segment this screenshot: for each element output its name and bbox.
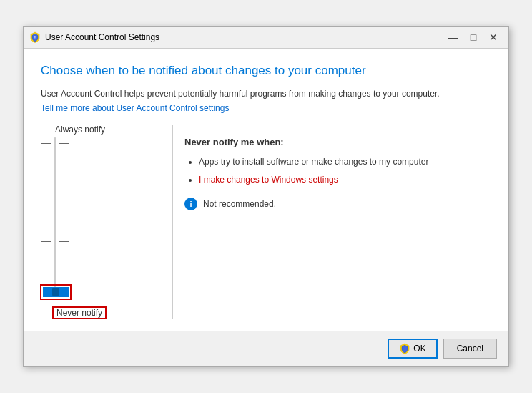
info-item-1-text: Apps try to install software or make cha… (199, 157, 428, 167)
not-recommended-section: i Not recommended. (184, 198, 479, 210)
main-window: ! User Account Control Settings — □ ✕ Ch… (23, 26, 509, 367)
ticks-right: — — — — (59, 137, 69, 295)
tick-left-2: — (41, 187, 51, 197)
shield-uac-icon (399, 343, 410, 354)
info-item-2: I make changes to Windows settings (199, 174, 479, 186)
title-bar-text: User Account Control Settings (45, 32, 444, 42)
window-content: Choose when to be notified about changes… (24, 49, 508, 331)
ticks-left: — — — — (41, 137, 51, 295)
restore-button[interactable]: □ (464, 30, 483, 44)
info-item-1: Apps try to install software or make cha… (199, 156, 479, 168)
info-panel: Never notify me when: Apps try to instal… (172, 125, 491, 319)
description-text: User Account Control helps prevent poten… (41, 87, 491, 100)
main-heading: Choose when to be notified about changes… (41, 63, 491, 79)
slider-thumb[interactable] (43, 287, 69, 297)
title-bar: ! User Account Control Settings — □ ✕ (24, 27, 508, 49)
not-recommended-text: Not recommended. (203, 199, 276, 209)
tick-right-3: — (59, 236, 69, 246)
title-bar-controls: — □ ✕ (444, 30, 503, 44)
always-notify-label: Always notify (55, 125, 105, 135)
tick-left-1: — (41, 137, 51, 147)
never-notify-label: Never notify (54, 306, 105, 319)
tick-left-3: — (41, 236, 51, 246)
info-item-2-text: I make changes to Windows settings (199, 175, 338, 185)
slider-track (54, 137, 56, 295)
info-panel-list: Apps try to install software or make cha… (184, 156, 479, 186)
window-icon: ! (29, 31, 41, 43)
slider-thumb-highlight (40, 284, 72, 300)
learn-more-link[interactable]: Tell me more about User Account Control … (41, 103, 229, 113)
minimize-button[interactable]: — (444, 30, 463, 44)
slider-left: Always notify — — — — (41, 125, 162, 319)
svg-text:!: ! (34, 35, 36, 40)
ok-label: OK (413, 344, 425, 354)
info-panel-title: Never notify me when: (184, 137, 479, 147)
close-button[interactable]: ✕ (484, 30, 503, 44)
slider-section: Always notify — — — — (41, 125, 491, 319)
cancel-button[interactable]: Cancel (443, 339, 497, 359)
ok-button[interactable]: OK (388, 339, 437, 359)
footer: OK Cancel (24, 331, 508, 366)
slider-thumb-area (40, 284, 72, 300)
slider-thumb-inner (52, 288, 59, 296)
tick-right-1: — (59, 137, 69, 147)
never-notify-label-wrapper: Never notify (52, 306, 107, 319)
tick-right-2: — (59, 187, 69, 197)
info-icon: i (184, 198, 197, 210)
